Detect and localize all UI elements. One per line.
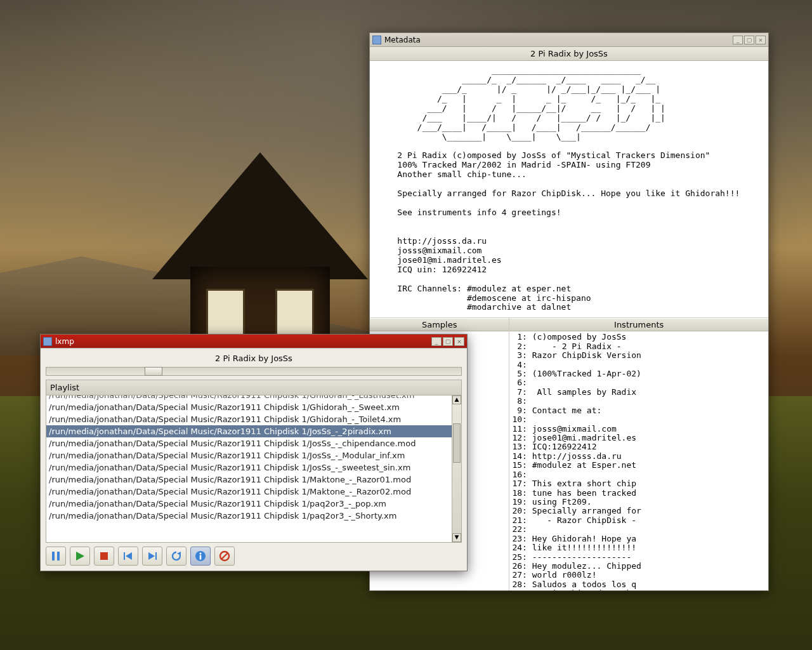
forbidden-icon [219, 550, 230, 562]
playlist-item[interactable]: /run/media/jonathan/Data/Special Music/R… [46, 437, 452, 449]
playlist-item[interactable]: /run/media/jonathan/Data/Special Music/R… [46, 461, 452, 474]
progress-slider[interactable] [46, 367, 462, 376]
pause-button[interactable] [46, 547, 66, 566]
svg-marker-5 [126, 552, 132, 560]
stop-icon [98, 550, 110, 562]
svg-marker-6 [148, 552, 155, 560]
minimize-button[interactable]: _ [431, 337, 442, 346]
remove-button[interactable] [214, 547, 235, 566]
svg-rect-7 [155, 552, 157, 560]
playlist-item[interactable]: /run/media/jonathan/Data/Special Music/R… [46, 413, 452, 425]
metadata-titlebar[interactable]: Metadata _ ▢ × [370, 33, 768, 47]
instruments-list[interactable]: 1: (c)omposed by JosSs 2: - 2 Pi Radix -… [509, 331, 768, 590]
previous-button[interactable] [118, 547, 138, 566]
info-icon [195, 550, 206, 562]
svg-rect-0 [52, 552, 55, 560]
pause-icon [50, 550, 62, 562]
scroll-up-button[interactable]: ▲ [452, 395, 461, 404]
playlist-item[interactable]: /run/media/jonathan/Data/Special Music/R… [46, 510, 452, 522]
playlist-item[interactable]: /run/media/jonathan/Data/Special Music/R… [46, 474, 452, 486]
toolbar [41, 543, 467, 571]
maximize-button[interactable]: ▢ [744, 36, 754, 44]
lxmp-window: lxmp _ ▢ × 2 Pi Radix by JosSs Playlist … [40, 334, 468, 571]
window-title: Metadata [384, 36, 421, 44]
skip-back-icon [122, 550, 134, 562]
stop-button[interactable] [94, 547, 114, 566]
playlist-header: Playlist [46, 380, 462, 395]
reload-button[interactable] [166, 547, 187, 566]
close-button[interactable]: × [756, 36, 766, 44]
metadata-subtitle: 2 Pi Radix by JosSs [370, 47, 768, 61]
maximize-button[interactable]: ▢ [443, 337, 453, 346]
instruments-header: Instruments [509, 318, 768, 331]
metadata-text: ______________________________ _____/_ _… [370, 61, 768, 318]
playlist-item[interactable]: /run/media/jonathan/Data/Special Music/R… [46, 401, 452, 413]
svg-line-13 [221, 553, 228, 559]
playlist[interactable]: /run/media/jonathan/Data/Special Music/R… [46, 395, 452, 542]
scroll-down-button[interactable]: ▼ [452, 533, 461, 542]
now-playing-label: 2 Pi Radix by JosSs [41, 348, 467, 367]
app-icon [43, 337, 52, 346]
wallpaper-detail [152, 152, 368, 279]
reload-icon [171, 550, 182, 562]
app-icon [372, 36, 381, 44]
close-button[interactable]: × [454, 337, 464, 346]
play-button[interactable] [70, 547, 90, 566]
samples-header: Samples [370, 318, 509, 331]
playlist-item[interactable]: /run/media/jonathan/Data/Special Music/R… [46, 449, 452, 461]
minimize-button[interactable]: _ [733, 36, 743, 44]
lxmp-titlebar[interactable]: lxmp _ ▢ × [41, 335, 467, 348]
svg-point-10 [200, 553, 202, 555]
window-title: lxmp [55, 337, 74, 346]
svg-rect-4 [124, 552, 125, 560]
progress-thumb[interactable] [145, 367, 162, 376]
playlist-item[interactable]: /run/media/jonathan/Data/Special Music/R… [46, 425, 452, 437]
play-icon [74, 550, 86, 562]
instruments-column: Instruments 1: (c)omposed by JosSs 2: - … [509, 318, 768, 590]
playlist-item[interactable]: /run/media/jonathan/Data/Special Music/R… [46, 498, 452, 510]
svg-rect-11 [200, 555, 202, 560]
next-button[interactable] [142, 547, 162, 566]
playlist-item[interactable]: /run/media/jonathan/Data/Special Music/R… [46, 486, 452, 498]
skip-forward-icon [147, 550, 158, 562]
playlist-item[interactable]: /run/media/jonathan/Data/Special Music/R… [46, 395, 452, 401]
svg-marker-2 [76, 552, 84, 560]
svg-rect-3 [100, 552, 108, 560]
svg-marker-8 [177, 552, 181, 555]
info-button[interactable] [190, 547, 211, 566]
scrollbar-track[interactable] [452, 404, 461, 533]
svg-rect-1 [57, 552, 60, 560]
scrollbar[interactable]: ▲ ▼ [452, 395, 461, 542]
